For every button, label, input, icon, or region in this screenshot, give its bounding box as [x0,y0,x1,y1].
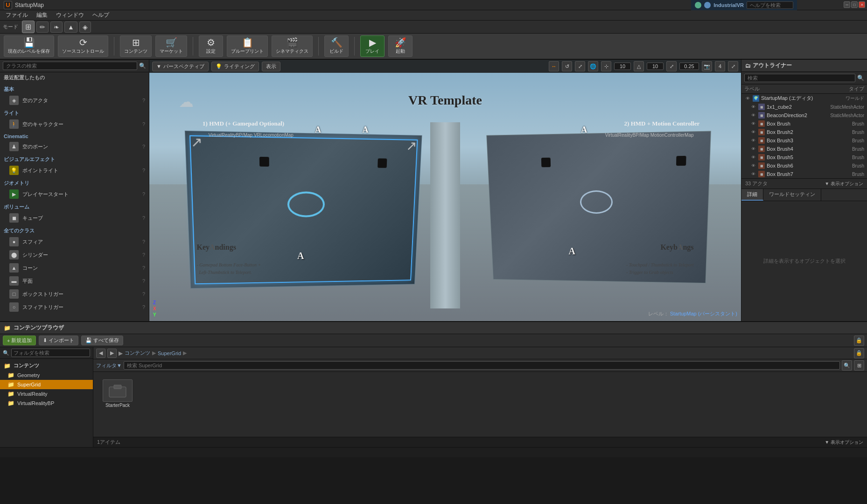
asset-starterpack[interactable]: StarterPack [99,378,136,410]
visibility-icon-4[interactable]: 👁 [750,120,756,127]
menu-file[interactable]: ファイル [2,10,32,20]
class-sphere-trigger[interactable]: ○ スフィアトリガー ? [0,301,149,314]
class-search-input[interactable] [3,62,137,70]
outliner-item-boxbrush5[interactable]: 👁 ◼ Box Brush5 Brush [741,153,867,161]
class-cube[interactable]: ◼ キューブ ? [0,211,149,224]
visibility-icon-6[interactable]: 👁 [750,137,756,144]
cb-search-icon[interactable]: 🔍 [842,360,852,371]
cb-path-bar: ◀ ▶ ▶ コンテンツ ▶ SuperGrid ▶ 🔒 [93,347,867,359]
menu-window[interactable]: ウィンドウ [52,10,88,20]
outliner-item-cube[interactable]: 👁 ◼ 1x1_cube2 StaticMeshActor [741,103,867,111]
toolbar-build[interactable]: 🔨 ビルド [324,35,349,57]
toolbar-cinematics[interactable]: 🎬 シネマティクス [272,35,313,57]
minimize-button[interactable]: ─ [844,1,850,8]
cb-path-supergrid[interactable]: SuperGrid [158,350,181,356]
toolbar-launch[interactable]: 🚀 起動 [388,35,413,57]
visibility-icon-10[interactable]: 👁 [750,171,756,177]
mode-paint[interactable]: ✏ [36,21,49,33]
transform-scale-btn[interactable]: ⤢ [575,61,585,71]
mode-landscape[interactable]: ▲ [64,21,77,33]
mode-place[interactable]: ⊞ [22,21,35,33]
folder-search-input[interactable] [11,349,90,357]
class-cone[interactable]: ▲ コーン ? [0,261,149,274]
class-plane[interactable]: ▬ 平面 ? [0,274,149,287]
class-cylinder[interactable]: ⬤ シリンダー ? [0,248,149,261]
cb-forward-button[interactable]: ▶ [107,349,117,358]
class-sphere[interactable]: ● スフィア ? [0,235,149,248]
empty-pawn-icon: ♟ [9,142,19,151]
maximize-viewport-btn[interactable]: ⤢ [728,61,738,71]
cb-display-options[interactable]: ▼ 表示オプション [825,439,863,446]
outliner-item-world[interactable]: 👁 🌍 StartupMap (エディタ) ワールド [741,94,867,103]
help-search-input[interactable] [747,1,793,9]
class-empty-pawn[interactable]: ♟ 空のポーン ? [0,140,149,153]
cb-add-button[interactable]: + 新規追加 [3,336,36,345]
toolbar-settings[interactable]: ⚙ 設定 [199,35,223,57]
class-empty-character[interactable]: 🚶 空のキャラクター ? [0,118,149,131]
cb-back-button[interactable]: ◀ [96,349,105,358]
mode-foliage[interactable]: ❧ [50,21,63,33]
folder-geometry-icon: 📁 [7,372,14,378]
folder-supergrid-icon: 📁 [7,381,14,388]
folder-geometry[interactable]: 📁 Geometry [0,371,93,380]
transform-rotate-btn[interactable]: ↺ [562,61,572,71]
outliner-item-boxbrush4[interactable]: 👁 ◼ Box Brush4 Brush [741,145,867,153]
visibility-icon-2[interactable]: 👁 [750,104,756,110]
mode-mesh[interactable]: ◈ [79,21,91,33]
viewport-perspective-btn[interactable]: ▼ パースペクティブ [152,62,209,71]
class-point-light[interactable]: 💡 ポイントライト ? [0,164,149,177]
visibility-icon-3[interactable]: 👁 [750,112,756,119]
grid-size-input[interactable] [614,63,631,70]
viewport[interactable]: ▼ パースペクティブ 💡 ライティング 表示 ↔ ↺ ⤢ 🌐 ⊹ △ ⤢ 📷 4 [149,60,741,321]
menu-help[interactable]: ヘルプ [89,10,113,20]
maximize-button[interactable]: □ [851,1,858,8]
outliner-item-boxbrush[interactable]: 👁 ◼ Box Brush Brush [741,119,867,128]
outliner-item-boxbrush7[interactable]: 👁 ◼ Box Brush7 Brush [741,170,867,178]
viewport-lighting-btn[interactable]: 💡 ライティング [211,62,259,71]
toolbar-content[interactable]: ⊞ コンテンツ [120,35,152,57]
panel-right-ring [580,190,612,213]
cb-search-input[interactable] [124,361,840,370]
cb-toggle-view[interactable]: ⊞ [854,360,864,371]
outliner-item-boxbrush6[interactable]: 👁 ◼ Box Brush6 Brush [741,161,867,170]
tab-details[interactable]: 詳細 [741,189,763,201]
toolbar-source-control[interactable]: ⟳ ソースコントロール [58,35,108,57]
cb-filter-btn[interactable]: フィルタ▼ [96,362,122,369]
outliner-item-boxbrush2[interactable]: 👁 ◼ Box Brush2 Brush [741,128,867,136]
folder-virtualrealitybp[interactable]: 📁 VirtualRealityBP [0,399,93,408]
transform-world-btn[interactable]: 🌐 [588,61,598,71]
class-empty-actor[interactable]: ◈ 空のアクタ ? [0,94,149,107]
camera-speed-value[interactable]: 4 [715,61,725,71]
cb-save-button[interactable]: 💾 すべて保存 [81,336,123,345]
visibility-icon-7[interactable]: 👁 [750,146,756,152]
close-button[interactable]: ✕ [859,1,865,8]
visibility-icon-9[interactable]: 👁 [750,162,756,169]
rotation-snap-input[interactable] [647,63,664,70]
cb-import-button[interactable]: ⬇ インポート [39,336,78,345]
class-box-trigger[interactable]: □ ボックストリガー ? [0,287,149,301]
menu-edit[interactable]: 編集 [33,10,51,20]
visibility-icon-8[interactable]: 👁 [750,154,756,161]
folder-content-root[interactable]: 📁 コンテンツ [0,361,93,371]
tab-world-settings[interactable]: ワールドセッティン [763,189,821,201]
toolbar-blueprint[interactable]: 📋 ブループリント [227,35,268,57]
outliner-search-input[interactable] [744,74,855,82]
visibility-icon[interactable]: 👁 [744,95,751,102]
toolbar-play[interactable]: ▶ プレイ [360,35,385,57]
outliner-display-options[interactable]: ▼ 表示オプション [825,181,863,187]
snap-surface-btn[interactable]: ⊹ [601,61,611,71]
scene-divider [430,122,460,308]
outliner-item-boxbrush3[interactable]: 👁 ◼ Box Brush3 Brush [741,136,867,145]
class-player-start[interactable]: ▶ プレイヤースタート ? [0,188,149,201]
visibility-icon-5[interactable]: 👁 [750,129,756,135]
cb-path-content[interactable]: コンテンツ [125,350,150,357]
toolbar-market[interactable]: 🛒 マーケット [155,35,187,57]
main-layout: 🔍 最近配置したもの 基本 ◈ 空のアクタ ? ライト 🚶 空のキャラクター ?… [0,60,867,321]
folder-supergrid[interactable]: 📁 SuperGrid [0,380,93,389]
toolbar-save[interactable]: 💾 現在のレベルを保存 [4,35,54,57]
outliner-item-beacon[interactable]: 👁 ◼ BeaconDirection2 StaticMeshActor [741,111,867,119]
viewport-show-btn[interactable]: 表示 [262,62,280,71]
scale-input[interactable] [679,63,699,70]
folder-virtualreality[interactable]: 📁 VirtualReality [0,389,93,399]
transform-translate-btn[interactable]: ↔ [549,61,559,71]
